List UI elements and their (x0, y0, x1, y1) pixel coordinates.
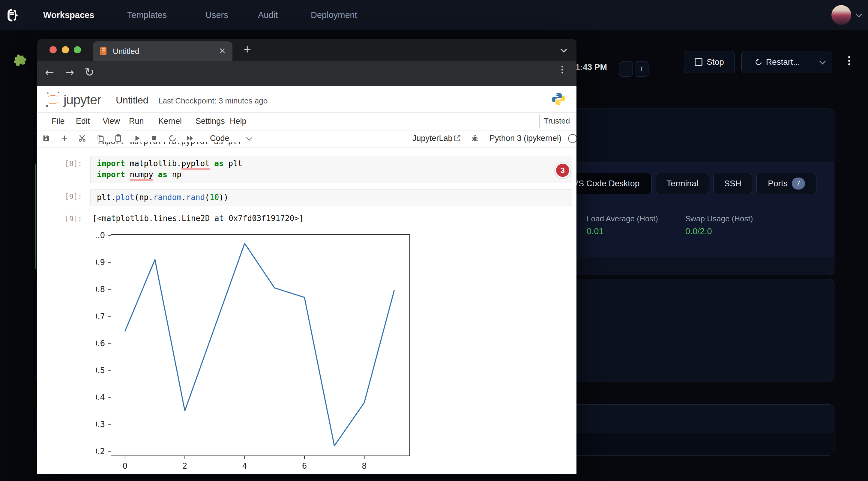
kernel-name[interactable]: Python 3 (ipykernel) (490, 134, 561, 143)
coder-logo-icon[interactable] (5, 8, 19, 23)
menu-settings[interactable]: Settings (195, 117, 225, 126)
tab-label: Ports (768, 179, 787, 188)
svg-text:0.6: 0.6 (96, 339, 105, 348)
cut-cell-icon[interactable] (76, 133, 88, 144)
cell-type-select[interactable]: Code (210, 134, 229, 143)
kernel-restart-count-badge[interactable]: 3 (555, 163, 570, 178)
jupyter-wordmark: jupyter (64, 92, 101, 107)
code-cell[interactable]: plt.plot(np.random.rand(10)) (90, 189, 572, 206)
restart-button[interactable]: Restart... (742, 57, 813, 67)
clock: 1:43 PM (575, 62, 607, 72)
svg-text:0.5: 0.5 (96, 366, 105, 375)
stop-button-label: Stop (707, 57, 724, 67)
jupyter-logo-icon (44, 91, 61, 109)
cell-type-chevron-down-icon[interactable] (246, 135, 252, 141)
stat-value: 0.0/2.0 (685, 226, 753, 236)
ports-count-badge: 7 (792, 178, 805, 190)
output-prompt: [9]: (65, 215, 81, 223)
kernel-status-icon (568, 134, 577, 143)
menu-help[interactable]: Help (230, 117, 247, 126)
nav-item-deployment[interactable]: Deployment (311, 0, 357, 30)
output-text: [<matplotlib.lines.Line2D at 0x7fd03f191… (92, 213, 304, 224)
restart-options-chevron-down-icon[interactable] (813, 51, 832, 73)
tab-label: VS Code Desktop (573, 179, 640, 188)
tab-label: SSH (724, 179, 741, 188)
clipped-code-line: import matplotlib.pyplot as plt (97, 142, 242, 146)
workspace-kebab-menu[interactable] (848, 55, 850, 67)
top-nav: Workspaces Templates Users Audit Deploym… (0, 0, 868, 30)
stat-swap-usage: Swap Usage (Host) 0.0/2.0 (685, 214, 753, 236)
user-avatar[interactable] (831, 5, 851, 25)
browser-kebab-menu[interactable] (561, 64, 563, 75)
svg-text:6: 6 (302, 461, 307, 471)
svg-text:0.4: 0.4 (96, 393, 105, 402)
debugger-bug-icon[interactable] (469, 133, 480, 144)
zoom-out-button[interactable]: − (619, 61, 633, 77)
menu-run[interactable]: Run (129, 117, 144, 126)
cell-prompt: [9]: (65, 193, 81, 201)
window-minimize-button[interactable] (62, 46, 69, 53)
back-icon[interactable]: ← (45, 66, 54, 78)
external-link-icon[interactable] (452, 133, 463, 144)
trusted-button[interactable]: Trusted (539, 114, 575, 128)
menu-view[interactable]: View (102, 117, 120, 126)
svg-text:0.9: 0.9 (96, 258, 105, 267)
menu-edit[interactable]: Edit (76, 117, 90, 126)
stat-value: 0.01 (587, 226, 658, 236)
window-zoom-button[interactable] (74, 46, 81, 53)
svg-text:2: 2 (182, 461, 187, 471)
new-tab-button[interactable]: + (244, 42, 251, 57)
svg-text:0.3: 0.3 (96, 420, 105, 429)
nav-item-label: Workspaces (43, 10, 94, 20)
nav-item-templates[interactable]: Templates (127, 0, 167, 30)
browser-window: Untitled ✕ + ← → ↻ 5555--main--test--mat… (37, 39, 577, 474)
python-logo-icon (551, 92, 566, 107)
nav-item-users[interactable]: Users (206, 0, 228, 30)
notebook-header: jupyter Untitled Last Checkpoint: 3 minu… (37, 86, 577, 113)
code-cell[interactable]: import matplotlib.pyplot as plt import n… (90, 156, 572, 183)
menu-kernel[interactable]: Kernel (158, 117, 182, 126)
reload-icon[interactable]: ↻ (85, 66, 94, 79)
svg-text:4: 4 (242, 461, 247, 471)
jupyter-favicon (99, 46, 108, 58)
nav-item-label: Deployment (311, 10, 357, 20)
screen: Workspaces Templates Users Audit Deploym… (0, 0, 868, 481)
checkpoint-status: Last Checkpoint: 3 minutes ago (158, 96, 268, 105)
window-close-button[interactable] (50, 46, 57, 53)
browser-toolbar: ← → ↻ 5555--main--test--matifali.atif.cd… (37, 61, 577, 86)
tab-search-chevron-down-icon[interactable] (561, 46, 567, 53)
nav-item-audit[interactable]: Audit (258, 0, 278, 30)
tab-ports[interactable]: Ports 7 (756, 173, 816, 194)
code-line: plt.plot(np.random.rand(10)) (91, 190, 572, 203)
browser-tabstrip: Untitled ✕ + (37, 39, 577, 61)
user-menu-chevron-down-icon[interactable] (856, 11, 862, 18)
nav-item-workspaces[interactable]: Workspaces (43, 0, 94, 30)
menu-file[interactable]: File (52, 117, 65, 126)
code-line: import matplotlib.pyplot as plt (91, 156, 572, 169)
save-icon[interactable] (40, 133, 52, 144)
tab-ssh[interactable]: SSH (713, 173, 752, 194)
forward-icon[interactable]: → (65, 66, 74, 78)
tab-label: Terminal (666, 179, 698, 188)
jupyterlab-link[interactable]: JupyterLab (412, 134, 453, 143)
notebook-menubar: File Edit View Run Kernel Settings Help … (37, 113, 577, 130)
notebook-page: jupyter Untitled Last Checkpoint: 3 minu… (37, 86, 577, 474)
notebook-title[interactable]: Untitled (116, 95, 149, 106)
stop-square-icon (695, 58, 703, 66)
svg-text:8: 8 (362, 461, 367, 471)
tab-close-icon[interactable]: ✕ (219, 46, 226, 56)
tab-terminal[interactable]: Terminal (656, 173, 709, 194)
restart-button-label: Restart... (766, 57, 800, 67)
restart-icon (755, 58, 763, 66)
stat-load-average: Load Average (Host) 0.01 (587, 214, 658, 236)
zoom-in-button[interactable]: + (634, 61, 648, 77)
stat-label: Swap Usage (Host) (685, 214, 753, 223)
browser-tab[interactable]: Untitled ✕ (93, 41, 232, 61)
restart-split-button[interactable]: Restart... (741, 51, 832, 73)
workspace-app-puzzle-icon (12, 53, 28, 70)
svg-text:1.0: 1.0 (96, 231, 105, 240)
svg-text:0.7: 0.7 (96, 312, 105, 321)
stop-button[interactable]: Stop (684, 51, 735, 73)
matplotlib-line-chart: 0.20.30.40.50.60.70.80.91.002468 (96, 231, 414, 471)
add-cell-icon[interactable] (59, 133, 70, 144)
